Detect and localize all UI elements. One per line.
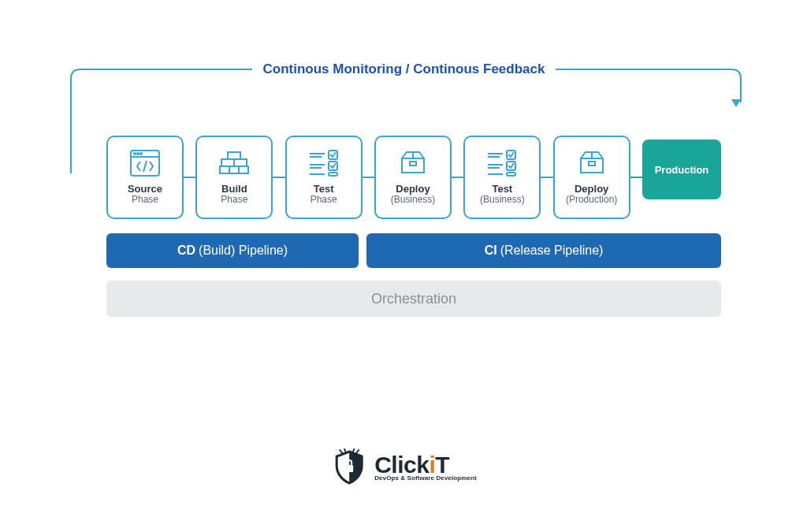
stage-label: Source: [108, 183, 182, 195]
stage-connector: [630, 136, 642, 219]
stage-sublabel: Phase: [287, 195, 361, 204]
stage-deploy-business: Deploy (Business): [374, 136, 452, 219]
svg-rect-7: [221, 159, 234, 166]
pipeline-labels: CD (Build) Pipeline) CI (Release Pipelin…: [106, 233, 721, 317]
svg-rect-32: [345, 465, 353, 472]
cd-rest: (Build) Pipeline): [199, 244, 288, 258]
stage-label: Production: [655, 164, 709, 176]
stage-connector: [452, 136, 463, 219]
stage-connector: [363, 136, 374, 219]
stage-sublabel: (Business): [465, 195, 539, 204]
package-icon: [555, 147, 629, 180]
stage-label: Deploy: [555, 183, 629, 195]
stage-production: Production: [642, 140, 721, 199]
stage-sublabel: Phase: [108, 195, 182, 204]
logo-name: ClickiT: [374, 454, 477, 475]
svg-line-5: [143, 161, 147, 172]
package-icon: [376, 147, 450, 180]
svg-point-2: [134, 153, 136, 154]
stage-source: Source Phase: [106, 136, 184, 219]
stage-connector: [184, 136, 195, 219]
stage-test: Test Phase: [285, 136, 363, 219]
cd-bold: CD: [177, 244, 195, 258]
svg-point-4: [140, 153, 142, 154]
orchestration-bar: Orchestration: [106, 281, 721, 317]
ci-bold: CI: [485, 244, 497, 258]
stage-sublabel: (Production): [555, 195, 629, 204]
stage-label: Test: [465, 183, 539, 195]
svg-rect-11: [239, 166, 248, 173]
stage-connector: [273, 136, 284, 219]
stage-sublabel: (Business): [376, 195, 450, 204]
stage-label: Test: [287, 183, 361, 195]
svg-rect-29: [507, 173, 515, 176]
checklist-icon: [465, 147, 539, 180]
bricks-icon: [197, 147, 271, 180]
brand-logo: ClickiT DevOps & Software Development: [330, 448, 477, 486]
stage-deploy-production: Deploy (Production): [553, 136, 630, 219]
svg-rect-8: [234, 159, 247, 166]
checklist-icon: [287, 147, 361, 180]
svg-rect-9: [220, 166, 229, 173]
logo-tagline: DevOps & Software Development: [374, 475, 477, 481]
stage-label: Deploy: [376, 183, 450, 195]
ci-rest: (Release Pipeline): [500, 244, 604, 258]
pipeline-stages-row: Source Phase Build Phase: [106, 136, 721, 219]
logo-text: ClickiT DevOps & Software Development: [374, 454, 477, 481]
feedback-loop-title: Continous Monitoring / Continous Feedbac…: [252, 61, 556, 77]
stage-connector: [541, 136, 552, 219]
stage-build: Build Phase: [195, 136, 273, 219]
svg-rect-19: [329, 173, 337, 176]
stage-label: Build: [197, 183, 271, 195]
svg-rect-21: [410, 162, 416, 166]
shield-icon: [330, 448, 368, 486]
code-icon: [108, 147, 182, 180]
svg-rect-31: [589, 162, 595, 166]
cd-pipeline-bar: CD (Build) Pipeline): [106, 233, 359, 268]
stage-test-business: Test (Business): [463, 136, 541, 219]
svg-rect-6: [228, 152, 240, 159]
stage-sublabel: Phase: [197, 195, 271, 204]
svg-point-3: [137, 153, 139, 154]
ci-pipeline-bar: CI (Release Pipeline): [366, 233, 721, 268]
svg-rect-10: [229, 166, 239, 173]
